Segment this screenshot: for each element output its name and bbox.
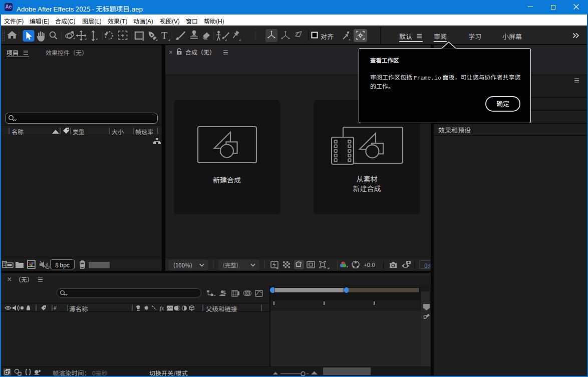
svg-text:fx: fx [160, 305, 164, 312]
svg-text:+0.0: +0.0 [364, 262, 375, 268]
svg-text:#: # [54, 305, 57, 311]
svg-text:T: T [161, 30, 167, 41]
